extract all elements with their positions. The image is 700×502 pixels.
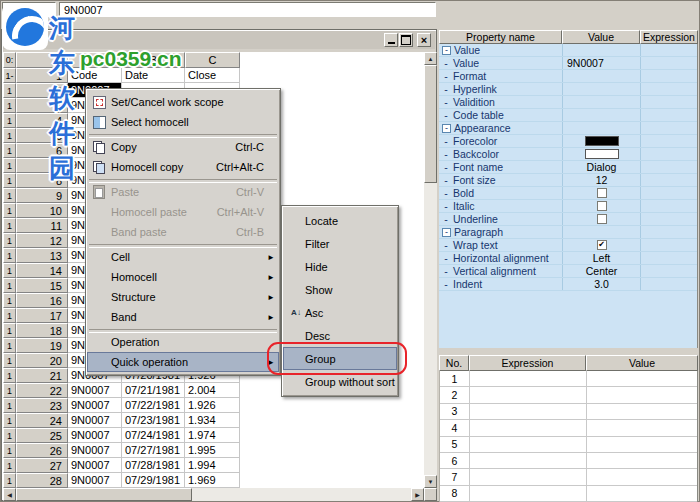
property-value[interactable]: ✔ bbox=[562, 239, 640, 251]
scroll-down-arrow-icon[interactable]: ▼ bbox=[424, 475, 437, 488]
row-number[interactable]: 4 bbox=[16, 113, 68, 128]
column-header-c[interactable]: C bbox=[185, 52, 240, 68]
cell-close[interactable]: 1.995 bbox=[185, 443, 240, 458]
submenu-item-filter[interactable]: Filter bbox=[283, 232, 397, 255]
formula-input[interactable]: 9N0007 bbox=[59, 2, 436, 17]
band-cell[interactable]: 1 bbox=[3, 398, 16, 413]
cell-date[interactable]: 07/23/1981 bbox=[122, 413, 185, 428]
property-expression[interactable] bbox=[640, 70, 697, 82]
row-number[interactable]: 10 bbox=[16, 203, 68, 218]
vertical-scrollbar-thumb[interactable] bbox=[424, 65, 437, 183]
band-cell[interactable]: 1 bbox=[3, 443, 16, 458]
band-cell[interactable]: 1 bbox=[3, 383, 16, 398]
property-expression[interactable] bbox=[640, 148, 697, 160]
property-value[interactable] bbox=[562, 83, 640, 95]
submenu-item-hide[interactable]: Hide bbox=[283, 255, 397, 278]
expression-value-cell[interactable] bbox=[587, 453, 697, 468]
expression-value-cell[interactable] bbox=[587, 486, 697, 501]
band-cell[interactable]: 1 bbox=[3, 173, 16, 188]
color-swatch[interactable] bbox=[585, 136, 619, 146]
expression-cell[interactable] bbox=[470, 486, 587, 501]
property-value[interactable] bbox=[562, 135, 640, 147]
row-number[interactable]: 25 bbox=[16, 428, 68, 443]
cell-code[interactable]: 9N0007 bbox=[68, 443, 122, 458]
row-number[interactable]: 28 bbox=[16, 473, 68, 488]
menu-item-homocell-copy[interactable]: Homocell copyCtrl+Alt-C bbox=[87, 157, 279, 177]
maximize-button[interactable] bbox=[399, 33, 413, 47]
band-cell[interactable]: 1 bbox=[3, 263, 16, 278]
row-number[interactable]: 12 bbox=[16, 233, 68, 248]
menu-item-structure[interactable]: Structure► bbox=[87, 287, 279, 307]
collapse-toggle-icon[interactable]: - bbox=[442, 228, 451, 237]
property-value[interactable]: Dialog bbox=[562, 161, 640, 173]
row-number[interactable]: 22 bbox=[16, 383, 68, 398]
submenu-item-locate[interactable]: Locate bbox=[283, 209, 397, 232]
row-number[interactable]: 20 bbox=[16, 353, 68, 368]
menu-item-homocell[interactable]: Homocell► bbox=[87, 267, 279, 287]
cell-close[interactable]: 1.974 bbox=[185, 428, 240, 443]
expression-value-cell[interactable] bbox=[587, 420, 697, 435]
property-value[interactable]: Left bbox=[562, 252, 640, 264]
menu-item-select-homocell[interactable]: Select homocell bbox=[87, 112, 279, 132]
expression-cell[interactable] bbox=[470, 404, 587, 419]
band-cell[interactable]: 1 bbox=[3, 428, 16, 443]
property-expression[interactable] bbox=[640, 83, 697, 95]
row-number[interactable]: 1 bbox=[16, 68, 68, 83]
row-number[interactable]: 8 bbox=[16, 173, 68, 188]
band-cell[interactable]: 1 bbox=[3, 203, 16, 218]
grid-corner-cell[interactable]: 0: bbox=[3, 52, 16, 68]
checkbox[interactable] bbox=[597, 188, 607, 198]
expression-value-cell[interactable] bbox=[587, 469, 697, 484]
property-value[interactable]: 9N0007 bbox=[562, 57, 640, 69]
menu-item-set-cancel-work-scope[interactable]: Set/Cancel work scope bbox=[87, 92, 279, 112]
property-expression[interactable] bbox=[640, 278, 697, 290]
expression-cell[interactable] bbox=[470, 371, 587, 386]
property-value[interactable]: Center bbox=[562, 265, 640, 277]
cell-code[interactable]: Code bbox=[68, 68, 122, 83]
collapse-toggle-icon[interactable]: - bbox=[442, 124, 451, 133]
property-value[interactable]: 3.0 bbox=[562, 278, 640, 290]
row-number[interactable]: 18 bbox=[16, 323, 68, 338]
property-value[interactable] bbox=[562, 200, 640, 212]
band-cell[interactable]: 1 bbox=[3, 353, 16, 368]
property-expression[interactable] bbox=[640, 200, 697, 212]
property-value[interactable] bbox=[562, 70, 640, 82]
menu-item-operation[interactable]: Operation bbox=[87, 332, 279, 352]
minimize-button[interactable] bbox=[384, 33, 398, 47]
band-cell[interactable]: 1 bbox=[3, 368, 16, 383]
property-value[interactable] bbox=[562, 213, 640, 225]
close-button[interactable]: × bbox=[417, 33, 431, 47]
checkbox[interactable] bbox=[597, 214, 607, 224]
property-expression[interactable] bbox=[640, 265, 697, 277]
band-cell[interactable]: 1 bbox=[3, 98, 16, 113]
property-expression[interactable] bbox=[640, 252, 697, 264]
submenu-item-group[interactable]: Group bbox=[283, 347, 397, 370]
menu-item-cell[interactable]: Cell► bbox=[87, 247, 279, 267]
cell-date[interactable]: 07/24/1981 bbox=[122, 428, 185, 443]
row-number[interactable]: 11 bbox=[16, 218, 68, 233]
column-header-b[interactable]: B bbox=[122, 52, 185, 68]
property-value[interactable] bbox=[562, 148, 640, 160]
band-cell[interactable]: 1 bbox=[3, 413, 16, 428]
cell-code[interactable]: 9N0007 bbox=[68, 428, 122, 443]
cell-code[interactable]: 9N0007 bbox=[68, 473, 122, 488]
expression-value-cell[interactable] bbox=[587, 404, 697, 419]
horizontal-scrollbar-thumb[interactable] bbox=[16, 488, 192, 501]
row-number[interactable]: 26 bbox=[16, 443, 68, 458]
property-expression[interactable] bbox=[640, 135, 697, 147]
property-value[interactable] bbox=[562, 96, 640, 108]
cell-close[interactable]: Close bbox=[185, 68, 240, 83]
submenu-item-desc[interactable]: Desc bbox=[283, 324, 397, 347]
expression-cell[interactable] bbox=[470, 437, 587, 452]
cell-date[interactable]: 07/27/1981 bbox=[122, 443, 185, 458]
expression-cell[interactable] bbox=[470, 420, 587, 435]
checkbox[interactable] bbox=[597, 201, 607, 211]
expression-cell[interactable] bbox=[470, 387, 587, 402]
cell-date[interactable]: 07/21/1981 bbox=[122, 383, 185, 398]
menu-item-quick-operation[interactable]: Quick operation► bbox=[87, 352, 279, 372]
row-number[interactable]: 13 bbox=[16, 248, 68, 263]
row-number[interactable]: 9 bbox=[16, 188, 68, 203]
menu-item-homocell-paste[interactable]: Homocell pasteCtrl+Alt-V bbox=[87, 202, 279, 222]
expression-value-cell[interactable] bbox=[587, 371, 697, 386]
row-number[interactable]: 27 bbox=[16, 458, 68, 473]
